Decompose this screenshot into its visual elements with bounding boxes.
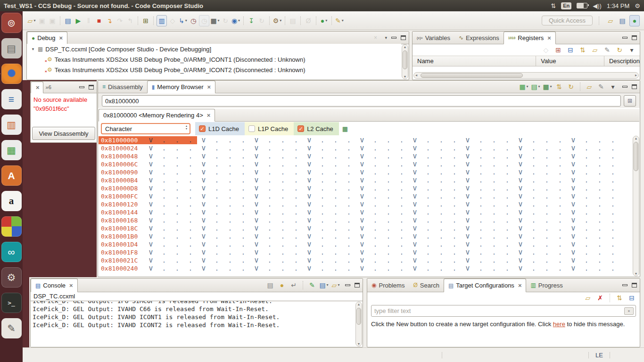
memory-cell[interactable]: .	[474, 248, 487, 256]
memory-cell[interactable]: V	[250, 160, 263, 168]
memory-cell[interactable]: .	[487, 264, 501, 272]
memory-cell[interactable]: .	[342, 216, 355, 224]
memory-cell[interactable]: .	[501, 208, 514, 216]
memory-cell[interactable]: V	[461, 152, 474, 160]
memory-cell[interactable]: .	[276, 232, 289, 240]
memory-cell[interactable]: .	[501, 200, 514, 208]
volume-icon[interactable]: ◀))	[593, 2, 602, 9]
memory-cell[interactable]: .	[448, 168, 461, 176]
memory-cell[interactable]: .	[527, 152, 540, 160]
memory-cell[interactable]: .	[421, 192, 435, 200]
memory-cell[interactable]: .	[289, 160, 303, 168]
tab-expressions[interactable]: ∿Expressions	[454, 32, 504, 44]
memory-cell[interactable]: .	[369, 184, 382, 192]
memory-cell[interactable]: .	[171, 168, 184, 176]
close-icon[interactable]: ×	[69, 282, 73, 289]
memory-cell[interactable]: .	[395, 264, 408, 272]
memory-cell[interactable]: .	[382, 224, 395, 232]
tab-overflow-chevron[interactable]: »6	[43, 82, 54, 93]
clear-console-icon[interactable]: ▤	[265, 280, 275, 290]
memory-cell[interactable]: .	[593, 248, 606, 256]
memory-cell[interactable]: V	[408, 152, 421, 160]
memory-cell[interactable]: V	[144, 216, 157, 224]
memory-cell[interactable]: V	[461, 168, 474, 176]
step-into-icon[interactable]: ↴	[105, 16, 114, 26]
new-configuration-icon[interactable]: ▱	[583, 293, 593, 303]
memory-cell[interactable]: .	[289, 216, 303, 224]
memory-cell[interactable]: .	[501, 184, 514, 192]
maximize-icon[interactable]	[401, 35, 406, 40]
add-register-group-icon[interactable]: ⊞	[553, 45, 563, 55]
memory-cell[interactable]: .	[210, 184, 223, 192]
memory-cell[interactable]: .	[171, 200, 184, 208]
memory-cell[interactable]: .	[369, 152, 382, 160]
memory-cell[interactable]: V	[303, 264, 316, 272]
memory-cell[interactable]: .	[329, 264, 342, 272]
memory-cell[interactable]: V	[514, 224, 527, 232]
maximize-icon[interactable]	[355, 283, 360, 288]
memory-cell[interactable]: .	[474, 136, 487, 144]
memory-address[interactable]: 0x8100021C	[99, 256, 144, 264]
memory-cell[interactable]: .	[276, 256, 289, 264]
memory-cell[interactable]: .	[435, 176, 448, 184]
tab-console[interactable]: ▤Console×	[31, 279, 78, 292]
memory-cell[interactable]: .	[395, 216, 408, 224]
open-perspective-icon[interactable]: ▱	[606, 16, 615, 26]
memory-cell[interactable]: V	[250, 208, 263, 216]
pin-view-icon[interactable]: ✎	[603, 45, 612, 55]
memory-row[interactable]: 0x81000090V...V...V...V...V...V...V...V.…	[99, 168, 632, 176]
memory-cell[interactable]: .	[553, 136, 567, 144]
memory-cell[interactable]: V	[461, 240, 474, 248]
memory-cell[interactable]: .	[289, 184, 303, 192]
cache-toggle-l1p-cache[interactable]: L1P Cache	[245, 122, 294, 135]
memory-cell[interactable]: V	[197, 160, 210, 168]
memory-cell[interactable]: V	[514, 240, 527, 248]
memory-cell[interactable]: .	[223, 208, 237, 216]
memory-cell[interactable]: .	[487, 200, 501, 208]
memory-cell[interactable]: .	[474, 208, 487, 216]
memory-address[interactable]: 0x810000B4	[99, 176, 144, 184]
memory-cell[interactable]: V	[250, 248, 263, 256]
memory-cell[interactable]: .	[329, 248, 342, 256]
memory-cell[interactable]: .	[474, 256, 487, 264]
memory-cell[interactable]: .	[435, 152, 448, 160]
hide-message-link[interactable]: here	[553, 321, 565, 328]
memory-cell[interactable]: .	[421, 264, 435, 272]
memory-cell[interactable]: .	[580, 176, 593, 184]
memory-row[interactable]: 0x81000048V...V...V...V...V...V...V...V.…	[99, 152, 632, 160]
memory-cell[interactable]: .	[580, 152, 593, 160]
memory-cell[interactable]: .	[435, 136, 448, 144]
memory-cell[interactable]: .	[237, 248, 250, 256]
memory-cell[interactable]: .	[316, 216, 329, 224]
memory-cell[interactable]: V	[408, 192, 421, 200]
memory-cell[interactable]: .	[210, 192, 223, 200]
view-memory-icon[interactable]: ⊞	[141, 16, 150, 26]
cache-toggle-l2-cache[interactable]: ✓L2 Cache	[294, 122, 339, 135]
memory-cell[interactable]: .	[382, 256, 395, 264]
memory-cell[interactable]: .	[580, 248, 593, 256]
memory-cell[interactable]: .	[171, 136, 184, 144]
memory-cell[interactable]: .	[157, 200, 171, 208]
memory-cell[interactable]: .	[237, 192, 250, 200]
memory-cell[interactable]: .	[382, 264, 395, 272]
memory-cell[interactable]: .	[316, 160, 329, 168]
memory-cell[interactable]: .	[316, 256, 329, 264]
memory-cell[interactable]: .	[435, 240, 448, 248]
memory-cell[interactable]: .	[501, 168, 514, 176]
memory-cell[interactable]: .	[237, 184, 250, 192]
minimize-icon[interactable]	[391, 37, 396, 39]
memory-cell[interactable]: V	[250, 240, 263, 248]
memory-cell[interactable]: V	[514, 136, 527, 144]
memory-cell[interactable]: V	[303, 256, 316, 264]
memory-address[interactable]: 0x810000D8	[99, 184, 144, 192]
pin-view-icon[interactable]: ✎	[596, 82, 606, 92]
close-icon[interactable]: ×	[36, 84, 40, 91]
memory-cell[interactable]: .	[171, 224, 184, 232]
memory-cell[interactable]: .	[157, 248, 171, 256]
memory-cell[interactable]: .	[263, 256, 276, 264]
memory-cell[interactable]: .	[289, 264, 303, 272]
memory-cell[interactable]: .	[289, 240, 303, 248]
memory-cell[interactable]: V	[144, 144, 157, 152]
memory-cell[interactable]: .	[276, 224, 289, 232]
memory-cell[interactable]: .	[184, 184, 197, 192]
